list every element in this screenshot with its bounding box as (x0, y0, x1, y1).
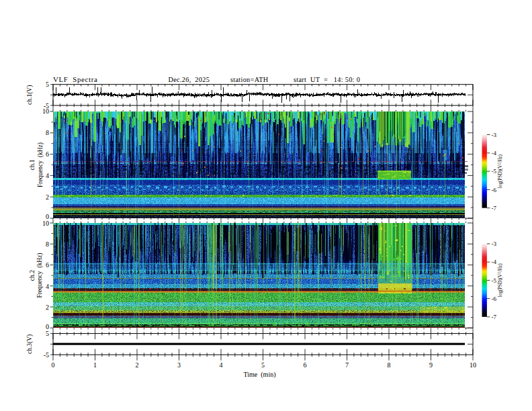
svg-text:6: 6 (46, 261, 49, 269)
svg-text:5: 5 (46, 330, 49, 337)
svg-text:Frequency (kHz): Frequency (kHz) (37, 253, 44, 298)
svg-text:2: 2 (136, 361, 139, 369)
svg-text:Dec.26, 2025: Dec.26, 2025 (169, 76, 210, 83)
svg-text:4: 4 (46, 283, 49, 290)
svg-text:3: 3 (177, 361, 181, 369)
svg-text:-6: -6 (492, 295, 497, 302)
svg-text:0: 0 (52, 361, 55, 369)
svg-text:4: 4 (46, 172, 49, 179)
svg-text:6: 6 (46, 150, 49, 158)
svg-text:5: 5 (261, 361, 265, 369)
svg-text:-4: -4 (492, 259, 497, 265)
svg-text:10: 10 (42, 220, 49, 227)
svg-text:8: 8 (388, 361, 391, 369)
svg-text:-5: -5 (492, 277, 497, 284)
svg-text:start UT = 14: 50: 0: start UT = 14: 50: 0 (294, 76, 360, 83)
svg-text:-5: -5 (492, 168, 497, 175)
svg-text:Time (min): Time (min) (244, 371, 276, 379)
svg-text:9: 9 (429, 361, 433, 369)
svg-text:VLF Spectra: VLF Spectra (53, 75, 98, 83)
svg-text:-7: -7 (492, 205, 497, 212)
svg-text:6: 6 (304, 361, 307, 369)
svg-text:ch.3(V): ch.3(V) (27, 334, 34, 354)
svg-text:ch.2: ch.2 (29, 270, 36, 281)
svg-text:ch.1: ch.1 (29, 159, 36, 170)
svg-text:-4: -4 (492, 150, 497, 156)
svg-text:-7: -7 (492, 314, 497, 320)
svg-text:1: 1 (93, 361, 97, 369)
svg-text:ch.1(V): ch.1(V) (27, 85, 34, 105)
svg-text:station=ATH: station=ATH (230, 76, 269, 83)
svg-text:8: 8 (46, 129, 49, 136)
svg-text:8: 8 (46, 240, 49, 248)
svg-text:log(PSD)(V2/Hz): log(PSD)(V2/Hz) (498, 263, 504, 298)
svg-text:-5: -5 (44, 351, 49, 359)
svg-text:2: 2 (46, 304, 49, 311)
svg-text:10: 10 (470, 361, 476, 369)
svg-text:7: 7 (345, 361, 349, 369)
svg-text:log(PSD)(V2/Hz): log(PSD)(V2/Hz) (498, 154, 504, 188)
svg-text:Frequency (kHz): Frequency (kHz) (37, 142, 44, 187)
svg-text:-6: -6 (492, 187, 497, 193)
svg-text:10: 10 (42, 107, 49, 115)
svg-text:-3: -3 (492, 132, 497, 138)
svg-text:2: 2 (46, 193, 49, 201)
svg-text:5: 5 (46, 81, 49, 88)
svg-text:-3: -3 (492, 240, 497, 247)
svg-text:4: 4 (220, 361, 223, 369)
